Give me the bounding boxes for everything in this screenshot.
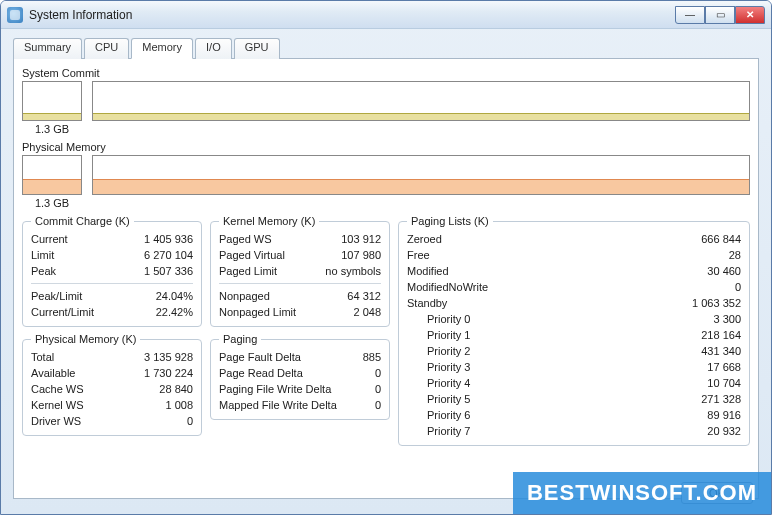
commit-mini-graph: 1.3 GB — [22, 81, 82, 135]
titlebar[interactable]: System Information — ▭ ✕ — [1, 1, 771, 29]
km-pl-v: no symbols — [325, 263, 381, 279]
pl-p6-v: 89 916 — [707, 407, 741, 423]
close-button[interactable]: ✕ — [735, 6, 765, 24]
cc-limit-v: 6 270 104 — [144, 247, 193, 263]
pl-p5-v: 271 328 — [701, 391, 741, 407]
pm-kernel-l: Kernel WS — [31, 397, 84, 413]
content-area: Summary CPU Memory I/O GPU System Commit… — [1, 29, 771, 507]
km-pv-l: Paged Virtual — [219, 247, 285, 263]
pl-p1-v: 218 164 — [701, 327, 741, 343]
tab-body: System Commit 1.3 GB Physical Memory — [13, 59, 759, 499]
physical-history-graph — [92, 155, 750, 195]
commit-value: 1.3 GB — [22, 123, 82, 135]
pg-pfwd-l: Paging File Write Delta — [219, 381, 331, 397]
pg-mfwd-v: 0 — [375, 397, 381, 413]
pg-pfd-v: 885 — [363, 349, 381, 365]
kernel-memory-group: Kernel Memory (K) Paged WS103 912 Paged … — [210, 215, 390, 327]
pl-p0-l: Priority 0 — [427, 311, 470, 327]
physical-memory-group: Physical Memory (K) Total3 135 928 Avail… — [22, 333, 202, 436]
physmem-legend: Physical Memory (K) — [31, 333, 140, 345]
cc-current-v: 1 405 936 — [144, 231, 193, 247]
km-npl-l: Nonpaged Limit — [219, 304, 296, 320]
pl-p3-l: Priority 3 — [427, 359, 470, 375]
paginglists-legend: Paging Lists (K) — [407, 215, 493, 227]
km-np-l: Nonpaged — [219, 288, 270, 304]
pg-pfd-l: Page Fault Delta — [219, 349, 301, 365]
pl-p2-v: 431 340 — [701, 343, 741, 359]
pl-p2-l: Priority 2 — [427, 343, 470, 359]
pl-mod-v: 30 460 — [707, 263, 741, 279]
physical-mini-graph: 1.3 GB — [22, 155, 82, 209]
system-commit-label: System Commit — [22, 67, 750, 79]
pm-cache-l: Cache WS — [31, 381, 84, 397]
pl-standby-l: Standby — [407, 295, 447, 311]
pm-driver-l: Driver WS — [31, 413, 81, 429]
commit-charge-legend: Commit Charge (K) — [31, 215, 134, 227]
km-pl-l: Paged Limit — [219, 263, 277, 279]
pm-cache-v: 28 840 — [159, 381, 193, 397]
km-pv-v: 107 980 — [341, 247, 381, 263]
cc-peaklimit-v: 24.04% — [156, 288, 193, 304]
stats-groups: Commit Charge (K) Current1 405 936 Limit… — [22, 215, 750, 446]
cc-limit-l: Limit — [31, 247, 54, 263]
pm-driver-v: 0 — [187, 413, 193, 429]
km-np-v: 64 312 — [347, 288, 381, 304]
pl-p7-l: Priority 7 — [427, 423, 470, 439]
cc-peaklimit-l: Peak/Limit — [31, 288, 82, 304]
physical-memory-label: Physical Memory — [22, 141, 750, 153]
tab-cpu[interactable]: CPU — [84, 38, 129, 59]
pl-zeroed-l: Zeroed — [407, 231, 442, 247]
tab-io[interactable]: I/O — [195, 38, 232, 59]
pg-mfwd-l: Mapped File Write Delta — [219, 397, 337, 413]
pl-free-l: Free — [407, 247, 430, 263]
physical-value: 1.3 GB — [22, 197, 82, 209]
system-commit-section: System Commit 1.3 GB — [22, 67, 750, 135]
pg-prd-l: Page Read Delta — [219, 365, 303, 381]
pm-avail-v: 1 730 224 — [144, 365, 193, 381]
pl-p1-l: Priority 1 — [427, 327, 470, 343]
paging-legend: Paging — [219, 333, 261, 345]
tab-gpu[interactable]: GPU — [234, 38, 280, 59]
pl-p7-v: 20 932 — [707, 423, 741, 439]
physical-memory-section: Physical Memory 1.3 GB — [22, 141, 750, 209]
tab-bar: Summary CPU Memory I/O GPU — [13, 37, 759, 59]
pl-p6-l: Priority 6 — [427, 407, 470, 423]
pm-kernel-v: 1 008 — [165, 397, 193, 413]
commit-history-graph — [92, 81, 750, 121]
km-pws-v: 103 912 — [341, 231, 381, 247]
pg-prd-v: 0 — [375, 365, 381, 381]
paging-group: Paging Page Fault Delta885 Page Read Del… — [210, 333, 390, 420]
window-title: System Information — [29, 8, 132, 22]
cc-currentlimit-v: 22.42% — [156, 304, 193, 320]
pl-modnw-l: ModifiedNoWrite — [407, 279, 488, 295]
pm-avail-l: Available — [31, 365, 75, 381]
app-icon — [7, 7, 23, 23]
pl-p5-l: Priority 5 — [427, 391, 470, 407]
pm-total-l: Total — [31, 349, 54, 365]
pl-standby-v: 1 063 352 — [692, 295, 741, 311]
kernelmem-legend: Kernel Memory (K) — [219, 215, 319, 227]
pl-p4-l: Priority 4 — [427, 375, 470, 391]
window-buttons: — ▭ ✕ — [675, 6, 765, 24]
window: System Information — ▭ ✕ Summary CPU Mem… — [0, 0, 772, 515]
cc-peak-v: 1 507 336 — [144, 263, 193, 279]
pl-p0-v: 3 300 — [713, 311, 741, 327]
pl-free-v: 28 — [729, 247, 741, 263]
pl-zeroed-v: 666 844 — [701, 231, 741, 247]
pl-mod-l: Modified — [407, 263, 449, 279]
pl-modnw-v: 0 — [735, 279, 741, 295]
pg-pfwd-v: 0 — [375, 381, 381, 397]
pl-p4-v: 10 704 — [707, 375, 741, 391]
pm-total-v: 3 135 928 — [144, 349, 193, 365]
paging-lists-group: Paging Lists (K) Zeroed666 844 Free28 Mo… — [398, 215, 750, 446]
minimize-button[interactable]: — — [675, 6, 705, 24]
tab-memory[interactable]: Memory — [131, 38, 193, 59]
cc-current-l: Current — [31, 231, 68, 247]
cc-peak-l: Peak — [31, 263, 56, 279]
commit-mini-fill — [23, 113, 81, 120]
maximize-button[interactable]: ▭ — [705, 6, 735, 24]
cc-currentlimit-l: Current/Limit — [31, 304, 94, 320]
physical-mini-fill — [23, 179, 81, 194]
km-npl-v: 2 048 — [353, 304, 381, 320]
tab-summary[interactable]: Summary — [13, 38, 82, 59]
